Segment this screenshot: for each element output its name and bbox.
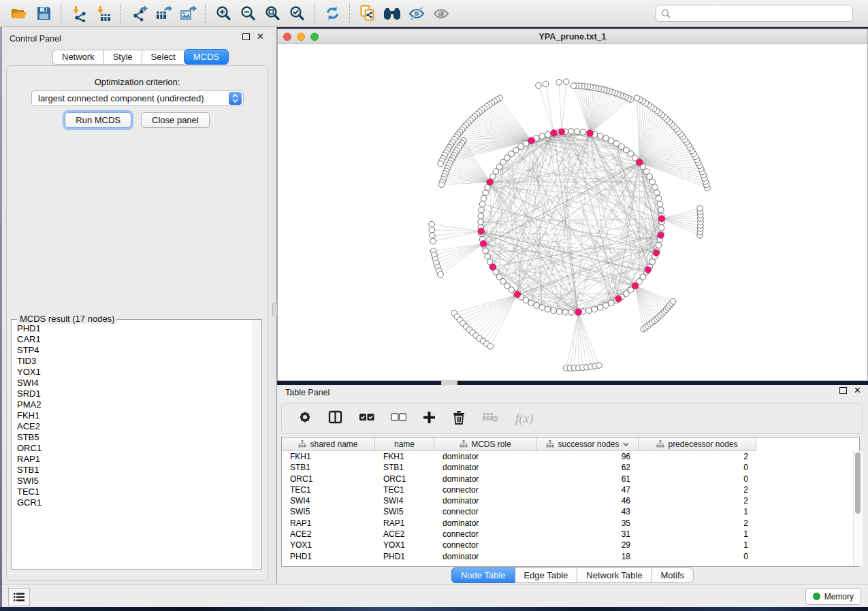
network-search-field[interactable] [656, 5, 853, 22]
zoom-in-button[interactable] [211, 3, 236, 24]
network-leaf-node[interactable] [570, 83, 577, 89]
network-node[interactable] [656, 195, 662, 201]
network-node[interactable] [657, 201, 663, 208]
mcds-result-item[interactable]: FKH1 [17, 410, 251, 421]
clone-network-button[interactable] [355, 3, 380, 24]
tab-motifs[interactable]: Motifs [652, 567, 694, 583]
delete-table-button[interactable] [482, 412, 499, 426]
column-header-successor-nodes[interactable]: successor nodes [537, 437, 639, 451]
network-node[interactable] [539, 305, 545, 311]
search-input[interactable] [675, 8, 848, 19]
network-leaf-node[interactable] [438, 161, 444, 167]
export-network-button[interactable] [127, 3, 151, 24]
mcds-result-item[interactable]: TEC1 [17, 486, 251, 497]
network-hub-node[interactable] [637, 159, 643, 166]
network-hub-node[interactable] [489, 264, 496, 271]
mcds-result-item[interactable]: PHD1 [17, 323, 251, 334]
zoom-out-button[interactable] [236, 3, 260, 24]
column-header-predecessor-nodes[interactable]: predecessor nodes [639, 437, 756, 451]
network-hub-node[interactable] [528, 137, 535, 144]
mcds-result-item[interactable]: SWI5 [17, 476, 251, 486]
network-hub-node[interactable] [551, 130, 558, 137]
network-node[interactable] [658, 207, 664, 213]
network-node[interactable] [545, 131, 551, 137]
network-node[interactable] [654, 190, 660, 196]
network-node[interactable] [613, 141, 620, 147]
network-node[interactable] [580, 129, 586, 135]
network-node[interactable] [598, 133, 604, 139]
network-hub-node[interactable] [514, 291, 521, 298]
network-node[interactable] [556, 309, 562, 315]
mcds-result-item[interactable]: PMA2 [17, 399, 251, 410]
network-window-titlebar[interactable]: YPA_prune.txt_1 [278, 29, 867, 44]
network-leaf-node[interactable] [429, 227, 435, 233]
network-node[interactable] [603, 135, 609, 142]
network-node[interactable] [592, 306, 598, 312]
network-node[interactable] [574, 129, 580, 135]
show-hide-columns-button[interactable] [328, 410, 342, 427]
network-node[interactable] [568, 310, 575, 316]
close-panel-button[interactable]: Close panel [141, 112, 210, 128]
run-mcds-button[interactable]: Run MCDS [65, 112, 131, 128]
import-table-button[interactable] [91, 3, 116, 24]
network-hub-node[interactable] [645, 267, 652, 274]
export-table-button[interactable] [151, 3, 176, 24]
table-row[interactable]: STB1STB1dominator620 [282, 462, 859, 473]
table-row[interactable]: FKH1FKH1dominator962 [282, 451, 859, 462]
network-canvas[interactable] [278, 44, 867, 380]
mcds-result-item[interactable]: ACE2 [17, 421, 251, 432]
network-leaf-node[interactable] [543, 81, 549, 87]
table-row[interactable]: ORC1ORC1dominator610 [282, 474, 859, 484]
network-hub-node[interactable] [575, 309, 582, 316]
network-hub-node[interactable] [632, 282, 639, 289]
mcds-list-scrollbar[interactable] [253, 320, 261, 568]
save-session-button[interactable] [31, 3, 56, 24]
network-hub-node[interactable] [658, 216, 665, 222]
network-leaf-node[interactable] [438, 182, 445, 188]
column-header-name[interactable]: name [375, 437, 434, 451]
mcds-result-listbox[interactable]: PHD1CAR1STP4TID3YOX1SWI4SRD1PMA2FKH1ACE2… [11, 319, 262, 569]
network-node[interactable] [539, 133, 545, 139]
mcds-result-item[interactable]: STP4 [17, 345, 251, 356]
network-hub-node[interactable] [658, 232, 664, 239]
network-node[interactable] [479, 207, 485, 213]
network-leaf-node[interactable] [487, 344, 494, 350]
network-node[interactable] [609, 300, 615, 306]
network-node[interactable] [649, 259, 656, 265]
mcds-result-item[interactable]: STB1 [17, 465, 251, 476]
network-leaf-node[interactable] [430, 238, 436, 244]
tab-node-table[interactable]: Node Table [451, 567, 515, 583]
network-node[interactable] [598, 305, 604, 311]
network-leaf-node[interactable] [596, 363, 602, 369]
table-scrollbar[interactable] [853, 451, 863, 566]
network-node[interactable] [490, 174, 496, 180]
network-hub-node[interactable] [615, 296, 622, 303]
network-leaf-node[interactable] [536, 82, 542, 88]
network-node[interactable] [649, 179, 656, 185]
table-row[interactable]: RAP1RAP1dominator352 [282, 518, 859, 529]
network-node[interactable] [603, 303, 609, 309]
network-leaf-node[interactable] [697, 205, 703, 212]
network-node[interactable] [485, 254, 491, 260]
table-row[interactable]: PHD1PHD1dominator180 [282, 551, 859, 562]
network-graph[interactable] [278, 44, 867, 380]
table-row[interactable]: SWI5SWI5connector431 [282, 506, 859, 517]
panel-menu-button[interactable] [8, 588, 30, 606]
import-network-button[interactable] [67, 3, 91, 24]
zoom-selected-button[interactable] [285, 3, 309, 24]
mcds-result-item[interactable]: STB5 [17, 432, 251, 443]
network-leaf-node[interactable] [670, 299, 676, 305]
network-hub-node[interactable] [478, 228, 485, 235]
network-node[interactable] [534, 303, 540, 309]
network-hub-node[interactable] [653, 250, 660, 257]
network-node[interactable] [478, 219, 484, 225]
open-session-button[interactable] [7, 3, 31, 24]
deselect-all-button[interactable] [391, 412, 406, 425]
add-column-button[interactable] [423, 411, 436, 427]
network-hub-node[interactable] [487, 179, 494, 186]
mcds-result-item[interactable]: YOX1 [17, 367, 251, 378]
float-window-icon[interactable] [839, 387, 847, 394]
network-node[interactable] [523, 297, 529, 303]
tab-network-table[interactable]: Network Table [577, 567, 652, 583]
close-panel-icon[interactable]: ✕ [257, 33, 264, 40]
